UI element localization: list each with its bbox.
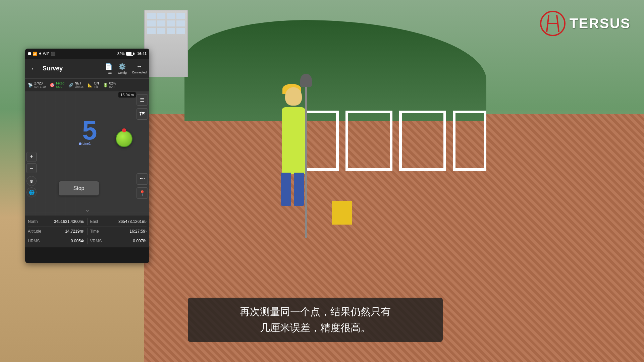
east-value[interactable]: 365473.1261m›	[114, 219, 147, 224]
north-label: North	[28, 219, 51, 224]
map-controls-right: ☰ 🗺	[137, 94, 148, 120]
divider-3	[87, 238, 88, 244]
zoom-out-button[interactable]: −	[26, 163, 37, 173]
background-container	[332, 201, 352, 225]
data-rows: North 3451631.4360m› East 365473.1261m› …	[25, 216, 149, 247]
net-label: NET	[75, 81, 84, 85]
text-button[interactable]: 📄 Text	[105, 63, 112, 74]
green-dot	[116, 130, 132, 147]
time-display: 16:41	[137, 52, 147, 56]
link-label: Link1s	[75, 85, 84, 88]
app-header: ← Survey 📄 Text ⚙️ Config ↔️ Connected	[25, 59, 149, 79]
point-marker: Line1	[79, 142, 91, 145]
distance-label: 15.94 m	[118, 92, 136, 98]
bluetooth-icon: ✱	[39, 52, 42, 56]
bat-info: 🔋 82% BAT	[103, 81, 116, 88]
battery-percent: 82%	[117, 52, 125, 56]
config-button[interactable]: ⚙️ Config	[118, 63, 126, 74]
altitude-label: Altitude	[28, 229, 51, 234]
status-bar: 📶 ✱ WiF ⬛ 82% 16:41	[25, 49, 149, 59]
subtitle-text: 再次测量同一个点，结果仍然只有 几厘米误差，精度很高。	[198, 304, 433, 336]
battery-icon	[126, 52, 135, 56]
map-controls-left: + − ⊕ 🌐	[26, 152, 37, 197]
north-value[interactable]: 3451631.4360m›	[51, 219, 85, 224]
bat-icon: 🔋	[103, 83, 108, 87]
tersus-text: TERSUS	[570, 15, 631, 32]
locate-button[interactable]: ⊕	[26, 176, 37, 186]
stop-button[interactable]: Stop	[59, 181, 99, 195]
tersus-logo: TERSUS	[539, 10, 631, 37]
globe-button[interactable]: 🌐	[26, 187, 37, 197]
fixed-icon: 🎯	[50, 83, 55, 87]
header-icons: 📄 Text ⚙️ Config ↔️ Connected	[105, 63, 147, 74]
status-icons: 📶 ✱ WiF ⬛	[28, 52, 56, 56]
east-label: East	[90, 219, 114, 224]
zoom-in-button[interactable]: +	[26, 152, 37, 162]
on-label: ON	[94, 81, 99, 85]
sat-label: SAT1.10	[34, 85, 46, 88]
data-row-north-east: North 3451631.4360m› East 365473.1261m›	[28, 217, 147, 227]
connected-icon: ↔️	[136, 63, 142, 70]
tilt-info: 📐 ON Tilt	[88, 81, 99, 88]
net-info: 🔗 NET Link1s	[68, 81, 84, 88]
data-row-hrms-vrms: HRMS 0.0054› VRMS 0.0078›	[28, 236, 147, 246]
info-bar: 📡 27/28 SAT1.10 🎯 Fixed SOL 🔗 NET Link1s…	[25, 79, 149, 92]
time-value[interactable]: 16:27:59›	[114, 229, 147, 234]
phone-overlay: 📶 ✱ WiF ⬛ 82% 16:41 ← Survey 📄 Text ⚙️ C…	[25, 49, 149, 263]
text-icon: 📄	[105, 63, 112, 70]
vrms-label: VRMS	[90, 239, 114, 243]
fixed-sol-info: 🎯 Fixed SOL	[50, 81, 64, 88]
map-controls-bottom-right: 〜 📍	[137, 173, 148, 199]
altitude-value[interactable]: 14.7219m›	[51, 229, 85, 234]
list-view-button[interactable]: ☰	[137, 94, 148, 106]
tilt-icon: 📐	[88, 83, 93, 87]
net-icon: 🔗	[68, 83, 73, 87]
green-dot-container	[116, 128, 132, 147]
layer-button[interactable]: 🗺	[137, 108, 148, 120]
vrms-value[interactable]: 0.0078›	[114, 239, 147, 243]
tilt-label: Tilt	[94, 85, 99, 88]
time-label: Time	[90, 229, 114, 234]
status-dot-1	[28, 52, 31, 55]
hrms-label: HRMS	[28, 239, 51, 243]
svg-rect-4	[25, 92, 149, 216]
chart-button[interactable]: 〜	[137, 173, 148, 185]
bat-label: BAT	[109, 85, 116, 88]
hrms-value[interactable]: 0.0054›	[51, 239, 85, 243]
app-title: Survey	[43, 65, 102, 72]
red-dot	[122, 128, 126, 132]
background-worker	[275, 87, 315, 221]
map-area[interactable]: 15.94 m ☰ 🗺 5 Line1 + − ⊕ 🌐 Stop	[25, 92, 149, 216]
pin-button[interactable]: 📍	[137, 187, 148, 199]
number-indicator: 5	[82, 115, 97, 146]
sat-info: 📡 27/28 SAT1.10	[28, 81, 46, 88]
sat-count: 27/28	[34, 81, 46, 85]
config-icon: ⚙️	[118, 63, 126, 70]
sol-label: SOL	[56, 85, 64, 88]
data-row-altitude-time: Altitude 14.7219m› Time 16:27:59›	[28, 227, 147, 236]
chevron-down[interactable]: ⌄	[85, 206, 90, 213]
wifi-icon: WiF	[43, 52, 50, 56]
connected-button[interactable]: ↔️ Connected	[132, 63, 147, 74]
nfc-icon: ⬛	[51, 52, 56, 56]
background-building	[144, 10, 188, 77]
back-button[interactable]: ←	[28, 63, 40, 74]
map-grid	[25, 92, 149, 216]
fixed-label: Fixed	[56, 81, 64, 85]
status-right: 82% 16:41	[117, 52, 147, 56]
signal-icon: 📶	[33, 52, 37, 56]
bat-percent: 82%	[109, 81, 116, 85]
sat-icon: 📡	[28, 83, 33, 87]
divider-1	[87, 218, 88, 225]
background-frames	[292, 111, 527, 184]
subtitle-bar: 再次测量同一个点，结果仍然只有 几厘米误差，精度很高。	[188, 298, 443, 342]
divider-2	[87, 228, 88, 235]
